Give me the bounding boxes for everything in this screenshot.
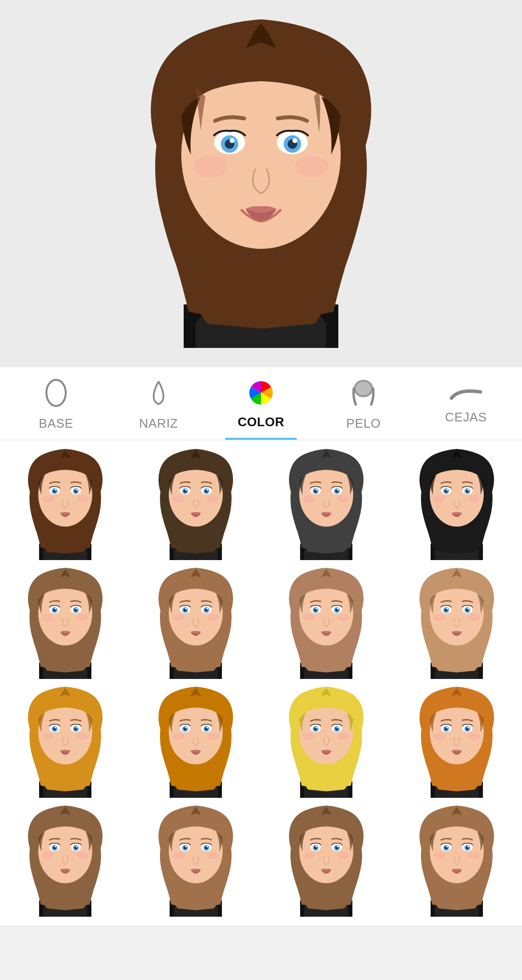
hair-color-option-orange[interactable] bbox=[392, 683, 522, 802]
svg-point-197 bbox=[206, 846, 208, 847]
avatar-preview bbox=[0, 0, 522, 367]
nose-icon bbox=[146, 378, 171, 411]
svg-point-43 bbox=[207, 495, 219, 503]
hair-color-option-caramel[interactable] bbox=[130, 564, 261, 683]
svg-point-147 bbox=[207, 733, 219, 740]
svg-point-196 bbox=[185, 846, 187, 847]
svg-point-132 bbox=[76, 727, 77, 728]
hair-color-option-bottom1[interactable] bbox=[261, 802, 392, 921]
svg-point-56 bbox=[338, 495, 349, 503]
svg-point-120 bbox=[434, 614, 446, 621]
tab-base[interactable]: BASE bbox=[5, 367, 107, 440]
tab-cejas-label: CEJAS bbox=[445, 410, 487, 425]
svg-point-17 bbox=[356, 382, 371, 395]
hair-color-option-dark-gray[interactable] bbox=[261, 445, 392, 564]
hair-color-option-sandy[interactable] bbox=[392, 564, 522, 683]
svg-point-11 bbox=[292, 138, 297, 143]
svg-point-30 bbox=[77, 495, 88, 503]
svg-point-160 bbox=[338, 733, 349, 740]
tab-color[interactable]: COLOR bbox=[210, 367, 312, 440]
svg-point-210 bbox=[337, 846, 338, 847]
svg-point-53 bbox=[316, 489, 317, 490]
eyebrow-icon bbox=[449, 385, 483, 405]
svg-point-55 bbox=[304, 495, 315, 503]
svg-point-106 bbox=[337, 608, 338, 609]
svg-point-93 bbox=[206, 608, 208, 609]
svg-point-170 bbox=[446, 727, 448, 728]
hair-color-option-bottom2[interactable] bbox=[392, 802, 522, 921]
tab-pelo[interactable]: PELO bbox=[312, 367, 415, 440]
svg-point-171 bbox=[467, 727, 469, 728]
svg-point-107 bbox=[304, 614, 315, 621]
svg-point-198 bbox=[173, 852, 185, 859]
svg-point-158 bbox=[337, 727, 338, 728]
tab-base-label: BASE bbox=[39, 416, 73, 431]
svg-point-121 bbox=[468, 614, 480, 621]
hair-color-option-medium-brown[interactable] bbox=[130, 445, 261, 564]
hair-color-option-dark-brown[interactable] bbox=[0, 445, 130, 564]
svg-point-211 bbox=[304, 852, 315, 859]
tab-nariz-label: NARIZ bbox=[139, 416, 178, 431]
colorwheel-icon bbox=[247, 379, 275, 410]
svg-point-81 bbox=[43, 614, 54, 621]
svg-point-29 bbox=[43, 495, 54, 503]
svg-point-185 bbox=[43, 852, 54, 859]
svg-point-119 bbox=[467, 608, 469, 609]
svg-point-145 bbox=[206, 727, 208, 728]
svg-point-54 bbox=[337, 489, 338, 490]
svg-point-172 bbox=[434, 733, 446, 740]
hair-color-option-partial1[interactable] bbox=[0, 802, 130, 921]
svg-point-42 bbox=[173, 495, 185, 503]
svg-point-79 bbox=[55, 608, 56, 609]
hair-color-grid bbox=[0, 440, 522, 925]
svg-point-183 bbox=[55, 846, 56, 847]
svg-point-212 bbox=[338, 852, 349, 859]
svg-point-80 bbox=[76, 608, 77, 609]
svg-point-94 bbox=[173, 614, 185, 621]
svg-point-92 bbox=[185, 608, 187, 609]
hair-color-option-yellow[interactable] bbox=[261, 683, 392, 802]
svg-point-95 bbox=[207, 614, 219, 621]
hair-color-option-partial2[interactable] bbox=[130, 802, 261, 921]
hair-color-option-light-brown[interactable] bbox=[261, 564, 392, 683]
svg-point-209 bbox=[316, 846, 317, 847]
svg-point-105 bbox=[316, 608, 317, 609]
tab-color-label: COLOR bbox=[238, 415, 284, 430]
tab-pelo-label: PELO bbox=[346, 416, 380, 431]
svg-point-40 bbox=[185, 489, 187, 490]
svg-point-12 bbox=[193, 156, 227, 177]
hair-color-option-amber[interactable] bbox=[130, 683, 261, 802]
svg-point-82 bbox=[77, 614, 88, 621]
svg-point-10 bbox=[230, 138, 234, 143]
tab-cejas[interactable]: CEJAS bbox=[415, 367, 517, 440]
svg-point-186 bbox=[77, 852, 88, 859]
svg-point-146 bbox=[173, 733, 185, 740]
svg-point-224 bbox=[434, 852, 446, 859]
svg-point-41 bbox=[206, 489, 208, 490]
hair-color-option-black[interactable] bbox=[392, 445, 522, 564]
svg-point-134 bbox=[77, 733, 88, 740]
svg-point-108 bbox=[338, 614, 349, 621]
svg-point-184 bbox=[76, 846, 77, 847]
svg-point-144 bbox=[185, 727, 187, 728]
avatar-main-display bbox=[121, 19, 401, 348]
svg-point-133 bbox=[43, 733, 54, 740]
svg-point-28 bbox=[76, 489, 77, 490]
svg-point-27 bbox=[55, 489, 56, 490]
hair-color-option-tan[interactable] bbox=[0, 564, 130, 683]
svg-point-199 bbox=[207, 852, 219, 859]
svg-point-173 bbox=[468, 733, 480, 740]
svg-point-69 bbox=[468, 495, 480, 503]
hair-color-option-golden[interactable] bbox=[0, 683, 130, 802]
base-icon bbox=[44, 378, 69, 411]
svg-point-67 bbox=[467, 489, 469, 490]
svg-point-66 bbox=[446, 489, 448, 490]
avatar-svg bbox=[121, 19, 401, 348]
nav-tabs: BASE NARIZ COLOR bbox=[0, 367, 522, 440]
svg-point-222 bbox=[446, 846, 448, 847]
svg-point-68 bbox=[434, 495, 446, 503]
svg-point-131 bbox=[55, 727, 56, 728]
tab-nariz[interactable]: NARIZ bbox=[107, 367, 210, 440]
svg-point-159 bbox=[304, 733, 315, 740]
svg-point-225 bbox=[468, 852, 480, 859]
